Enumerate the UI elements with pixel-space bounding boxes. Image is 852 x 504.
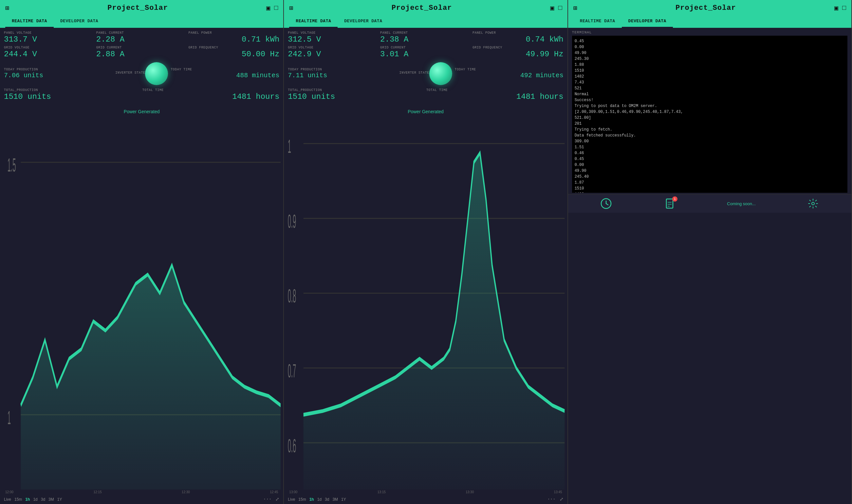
terminal-line: 7.43 [575,79,845,86]
data-row-4: TOTAL_PRODUCTION 1510 units TOTAL TIME 1… [4,88,279,101]
grid-freq-label: GRID FREQUENCY [189,46,280,50]
time-label-1345: 13:45 [554,490,562,494]
p2-inverter-row: TODAY PRODUCTION 7.11 units INVERTER STA… [288,61,563,86]
btn-live-1[interactable]: Live [4,497,11,502]
p2-today-time-cell: TODAY TIME 492 minutes [455,68,564,79]
btn-1h-1[interactable]: 1h [25,497,30,502]
panel-1-chart-controls: Live 15m 1h 1d 3d 3M 1Y ··· ⤢ [0,494,283,504]
p2-panel-voltage-cell: PANEL VOLTAGE 312.5 V [288,31,379,44]
svg-text:0.9: 0.9 [288,211,296,232]
panel-current-label: PANEL CURRENT [96,31,187,35]
panel-power-label: PANEL POWER [189,31,280,35]
monitor-icon-3[interactable]: ▣ [834,4,838,12]
p2-total-prod-value: 1510 units [288,93,425,101]
btn-live-2[interactable]: Live [288,497,295,502]
panel-2-header: ⊞ Project_Solar ▣ □ [284,0,567,16]
panel-2-chart-controls: Live 15m 1h 1d 3d 3M 1Y ··· ⤢ [284,494,567,504]
tab-developer-2[interactable]: DEVELOPER DATA [338,16,389,28]
terminal-line: 1482 [575,192,845,193]
monitor-icon[interactable]: ▣ [266,4,270,12]
grid-voltage-label: GRID VOLTAGE [4,46,95,50]
btn-1d-2[interactable]: 1d [317,497,322,502]
today-time-label: TODAY TIME [171,68,279,71]
btn-1h-2[interactable]: 1h [309,497,314,502]
panel-voltage-label: PANEL VOLTAGE [4,31,95,35]
chart-buttons-2: Live 15m 1h 1d 3d 3M 1Y ··· ⤢ [288,497,563,502]
p2-today-time-value: 492 minutes [455,72,564,79]
expand-icon-1[interactable]: ⤢ [276,497,279,502]
btn-3M-2[interactable]: 3M [332,497,338,502]
panel-1: ⊞ Project_Solar ▣ □ REALTIME DATA DEVELO… [0,0,284,504]
btn-15m-1[interactable]: 15m [14,497,22,502]
tab-realtime-1[interactable]: REALTIME DATA [5,16,54,28]
window-icon-2[interactable]: □ [558,4,562,12]
btn-3d-2[interactable]: 3d [325,497,329,502]
btn-15m-2[interactable]: 15m [298,497,306,502]
chart-container-2: 1 0.9 0.8 0.7 0.6 [286,115,565,490]
inverter-row: TODAY PRODUCTION 7.06 units INVERTER STA… [4,61,279,86]
panel-2-title: Project_Solar [392,4,452,12]
back-icon-2[interactable]: ⊞ [289,4,293,12]
tab-developer-1[interactable]: DEVELOPER DATA [54,16,105,28]
terminal-line: 0.45 [575,156,845,162]
terminal-section: TERMINAL 0.45 0.00 49.90 245.30 1.88 151… [568,28,851,194]
data-row-2-2: GRID VOLTAGE 242.9 V GRID CURRENT 3.01 A… [288,46,563,58]
more-icon-2[interactable]: ··· [547,497,555,502]
terminal-line: Trying to post data to OM2M server. [575,103,845,109]
time-label-1330: 13:30 [466,490,474,494]
btn-1Y-2[interactable]: 1Y [341,497,346,502]
clock-icon[interactable] [600,198,612,210]
terminal-line: 1.87 [575,180,845,185]
back-icon-3[interactable]: ⊞ [573,4,577,12]
p2-panel-power-cell: PANEL POWER 0.74 kWh [473,31,564,44]
panel-3-header: ⊞ Project_Solar ▣ □ [568,0,851,16]
monitor-icon-2[interactable]: ▣ [550,4,554,12]
terminal-body[interactable]: 0.45 0.00 49.90 245.30 1.88 1510 1482 7.… [572,36,848,193]
terminal-line: 245.30 [575,56,845,62]
chart-container-1: 1.5 1 [3,115,281,490]
today-prod-cell: TODAY PRODUCTION 7.06 units [4,68,113,79]
p2-today-prod-cell: TODAY PRODUCTION 7.11 units [288,68,396,79]
terminal-line: 0.00 [575,162,845,168]
terminal-line: 0.45 [575,38,845,44]
p2-panel-power-label: PANEL POWER [473,31,564,35]
tab-realtime-2[interactable]: REALTIME DATA [289,16,338,28]
chart-title-2: Power Generated [286,109,565,114]
btn-1Y-1[interactable]: 1Y [57,497,62,502]
total-prod-label: TOTAL_PRODUCTION [4,88,141,92]
p2-grid-current-cell: GRID CURRENT 3.01 A [380,46,471,58]
p2-grid-voltage-cell: GRID VOLTAGE 242.9 V [288,46,379,58]
expand-icon-2[interactable]: ⤢ [560,497,564,502]
svg-text:1: 1 [288,136,291,157]
window-icon-3[interactable]: □ [842,4,846,12]
btn-1d-1[interactable]: 1d [33,497,37,502]
time-label-1200: 12:00 [5,490,14,494]
btn-3d-1[interactable]: 3d [41,497,45,502]
panel-1-title: Project_Solar [107,4,168,12]
btn-3M-1[interactable]: 3M [49,497,54,502]
grid-voltage-cell: GRID VOLTAGE 244.4 V [4,46,95,58]
terminal-line: 0.00 [575,44,845,50]
panel-2-header-icons: ▣ □ [550,4,562,12]
time-label-1245: 12:45 [270,490,278,494]
panel-3-tabs: REALTIME DATA DEVELOPER DATA [568,16,851,28]
total-prod-value: 1510 units [4,93,141,101]
back-icon[interactable]: ⊞ [5,4,9,12]
tab-developer-3[interactable]: DEVELOPER DATA [622,16,673,28]
more-icon-1[interactable]: ··· [263,497,271,502]
data-row-2: GRID VOLTAGE 244.4 V GRID CURRENT 2.88 A… [4,46,279,58]
file-icon[interactable]: 1 [664,198,675,210]
panel-power-value: 0.71 kWh [189,35,280,44]
today-prod-value: 7.06 units [4,72,113,79]
svg-text:1.5: 1.5 [7,155,16,176]
terminal-line: 1.51 [575,144,845,150]
panel-voltage-value: 313.7 V [4,35,95,44]
svg-text:0.6: 0.6 [288,436,296,456]
panel-2-data: PANEL VOLTAGE 312.5 V PANEL CURRENT 2.38… [284,28,567,106]
window-icon[interactable]: □ [274,4,278,12]
file-badge: 1 [672,196,677,202]
terminal-line: 1482 [575,74,845,79]
settings-icon[interactable] [807,198,819,210]
tab-realtime-3[interactable]: REALTIME DATA [573,16,622,28]
p2-grid-voltage-value: 242.9 V [288,50,379,58]
